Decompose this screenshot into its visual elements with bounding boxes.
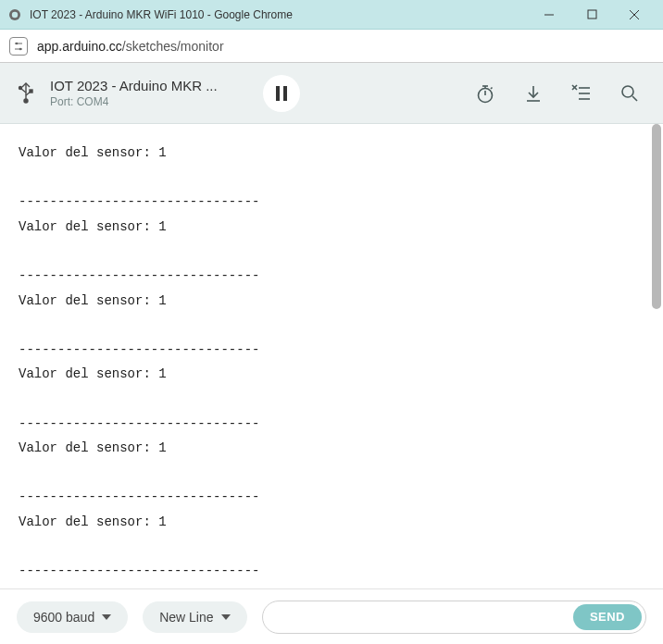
window-titlebar: IOT 2023 - Arduino MKR WiFi 1010 - Googl… — [0, 0, 663, 30]
port-label: Port: COM4 — [50, 95, 244, 108]
scrollbar-thumb[interactable] — [652, 124, 661, 309]
search-icon — [620, 84, 639, 103]
close-button[interactable] — [613, 0, 656, 30]
svg-rect-16 — [276, 86, 280, 101]
chevron-down-icon — [221, 614, 231, 620]
svg-point-7 — [16, 42, 19, 44]
send-input-wrap: SEND — [262, 601, 646, 634]
svg-rect-3 — [588, 10, 596, 19]
serial-output[interactable]: Valor del sensor: 1 --------------------… — [0, 124, 663, 588]
stopwatch-icon — [475, 83, 495, 104]
app-icon — [7, 7, 22, 22]
maximize-button[interactable] — [570, 0, 613, 30]
window-controls — [528, 0, 656, 30]
svg-line-22 — [491, 87, 493, 89]
site-settings-icon[interactable] — [9, 37, 28, 56]
monitor-toolbar: IOT 2023 - Arduino MKR ... Port: COM4 — [0, 63, 663, 124]
pause-icon — [275, 86, 288, 101]
svg-point-30 — [622, 86, 633, 97]
svg-line-31 — [632, 96, 637, 101]
svg-point-13 — [19, 86, 22, 89]
chevron-down-icon — [102, 614, 111, 620]
lineending-dropdown[interactable]: New Line — [143, 601, 246, 633]
baud-label: 9600 baud — [33, 610, 94, 625]
search-button[interactable] — [613, 77, 646, 110]
sketch-title: IOT 2023 - Arduino MKR ... — [50, 78, 244, 93]
usb-icon — [17, 80, 35, 107]
svg-rect-17 — [283, 86, 287, 101]
monitor-footer: 9600 baud New Line SEND — [0, 588, 663, 644]
svg-point-9 — [19, 47, 22, 50]
svg-rect-15 — [30, 90, 32, 93]
baud-dropdown[interactable]: 9600 baud — [17, 601, 128, 633]
url-text[interactable]: app.arduino.cc/sketches/monitor — [37, 39, 224, 54]
serial-output-wrap: Valor del sensor: 1 --------------------… — [0, 124, 663, 588]
clear-icon — [571, 84, 592, 103]
timestamp-button[interactable] — [469, 77, 502, 110]
svg-line-12 — [21, 89, 26, 93]
minimize-button[interactable] — [528, 0, 570, 30]
serial-input[interactable] — [278, 610, 573, 625]
download-icon — [524, 84, 543, 103]
pause-button[interactable] — [263, 75, 300, 112]
clear-button[interactable] — [565, 77, 598, 110]
send-label: SEND — [590, 610, 625, 624]
url-path: /sketches/monitor — [122, 39, 224, 54]
window-title: IOT 2023 - Arduino MKR WiFi 1010 - Googl… — [30, 8, 528, 21]
address-bar: app.arduino.cc/sketches/monitor — [0, 30, 663, 63]
send-button[interactable]: SEND — [573, 604, 642, 630]
lineending-label: New Line — [159, 610, 213, 625]
svg-point-1 — [12, 11, 18, 17]
url-host: app.arduino.cc — [37, 39, 122, 54]
sketch-info[interactable]: IOT 2023 - Arduino MKR ... Port: COM4 — [50, 78, 244, 108]
download-button[interactable] — [517, 77, 550, 110]
svg-point-10 — [24, 99, 28, 103]
